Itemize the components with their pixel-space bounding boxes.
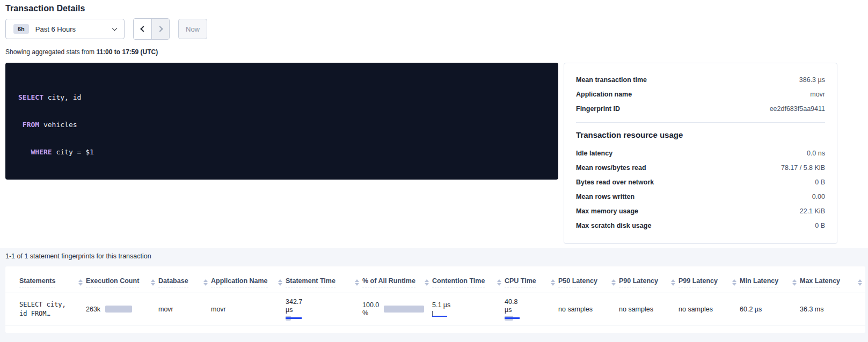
sort-icon[interactable]: [792, 279, 797, 286]
column-label: Statement Time: [286, 277, 335, 287]
sql-keyword: WHERE: [31, 148, 52, 156]
summary-row-bytes-read-over-network: Bytes read over network 0 B: [576, 175, 825, 189]
statement-time-unit: µs: [286, 306, 359, 314]
sql-line: WHERE city = $1: [18, 147, 545, 157]
column-label: P90 Latency: [619, 277, 658, 287]
sort-icon[interactable]: [611, 279, 616, 286]
divider: [576, 122, 825, 123]
summary-label: Application name: [576, 91, 632, 98]
sort-icon[interactable]: [551, 279, 555, 286]
summary-value: 0 B: [815, 179, 825, 186]
stats-prefix: Showing aggregated stats from: [5, 48, 96, 56]
summary-value: 0.0 ns: [807, 150, 825, 157]
chevron-left-icon: [140, 26, 146, 32]
p90-latency-cell: no samples: [619, 293, 679, 325]
column-header-p50-latency[interactable]: P50 Latency: [558, 266, 619, 293]
summary-label: Fingerprint ID: [576, 105, 620, 113]
summary-label: Max scratch disk usage: [576, 222, 651, 229]
p50-latency-cell: no samples: [558, 293, 619, 325]
column-header-p99-latency[interactable]: P99 Latency: [679, 266, 740, 293]
statement-time-bar: [286, 316, 312, 321]
column-label: CPU Time: [505, 277, 536, 287]
statements-table-card: StatementsExecution CountDatabaseApplica…: [5, 266, 865, 333]
database-cell: movr: [158, 293, 211, 325]
application-name-cell: movr: [211, 293, 286, 325]
statement-time-cell: 342.7 µs: [286, 293, 362, 325]
sort-icon[interactable]: [858, 279, 862, 286]
column-label: Execution Count: [86, 277, 139, 287]
statement-time-value: 342.7: [286, 298, 359, 306]
column-header-of-all-runtime[interactable]: % of All Runtime: [362, 266, 432, 293]
sort-icon[interactable]: [497, 279, 501, 286]
column-header-statement-time[interactable]: Statement Time: [286, 266, 362, 293]
next-range-button[interactable]: [151, 19, 169, 39]
summary-label: Mean rows written: [576, 193, 634, 200]
summary-row-application-name: Application name movr: [576, 87, 825, 101]
column-header-database[interactable]: Database: [158, 266, 211, 293]
column-header-contention-time[interactable]: Contention Time: [432, 266, 505, 293]
column-header-application-name[interactable]: Application Name: [211, 266, 286, 293]
statement-cell: SELECT city, id FROM…: [5, 293, 86, 325]
summary-label: Max memory usage: [576, 207, 638, 215]
summary-value: ee2df683f5aa9411: [770, 105, 825, 113]
contention-time-value: 5.1 µs: [432, 301, 501, 309]
summary-value: movr: [810, 91, 825, 98]
previous-range-button[interactable]: [134, 19, 151, 39]
sort-icon[interactable]: [355, 279, 359, 286]
stats-range: 11:00 to 17:59 (UTC): [96, 48, 158, 56]
summary-label: Mean rows/bytes read: [576, 164, 646, 172]
summary-value: 22.1 KiB: [800, 207, 825, 215]
execution-count-value: 263k: [86, 306, 100, 313]
contention-time-cell: 5.1 µs: [432, 293, 505, 325]
statements-table: StatementsExecution CountDatabaseApplica…: [5, 266, 865, 325]
sort-icon[interactable]: [203, 279, 208, 286]
sort-icon[interactable]: [78, 279, 83, 286]
content-row: SELECT city, id FROM vehicles WHERE city…: [5, 63, 868, 244]
sql-line: FROM vehicles: [18, 120, 545, 129]
resource-usage-title: Transaction resource usage: [576, 130, 825, 139]
column-header-cpu-time[interactable]: CPU Time: [505, 266, 558, 293]
sql-keyword: SELECT: [18, 93, 43, 101]
sql-text: city, id: [43, 93, 81, 101]
column-label: Statements: [19, 277, 55, 287]
summary-value: 386.3 µs: [799, 76, 825, 84]
sort-icon[interactable]: [671, 279, 675, 286]
sql-keyword: FROM: [23, 121, 39, 129]
summary-label: Bytes read over network: [576, 179, 654, 186]
column-label: Min Latency: [740, 277, 778, 287]
max-latency-cell: 36.3 ms: [800, 293, 865, 325]
table-row: SELECT city, id FROM… 263k movr movr 342…: [5, 293, 865, 325]
summary-label: Idle latency: [576, 150, 612, 157]
time-range-dropdown[interactable]: 6h Past 6 Hours: [5, 19, 125, 39]
fingerprint-count-text: 1-1 of 1 statement fingerprints for this…: [5, 252, 865, 260]
statement-link[interactable]: SELECT city, id FROM…: [19, 300, 83, 318]
sql-line: SELECT city, id: [18, 93, 545, 102]
aggregated-stats-line: Showing aggregated stats from 11:00 to 1…: [5, 48, 868, 56]
sql-text: vehicles: [39, 121, 77, 129]
summary-value: 78.17 / 5.8 KiB: [781, 164, 825, 172]
column-header-max-latency[interactable]: Max Latency: [800, 266, 865, 293]
column-label: Database: [158, 277, 188, 287]
table-header-row: StatementsExecution CountDatabaseApplica…: [5, 266, 865, 293]
summary-row-mean-transaction-time: Mean transaction time 386.3 µs: [576, 72, 825, 87]
time-range-badge: 6h: [13, 24, 29, 34]
summary-row-max-memory-usage: Max memory usage 22.1 KiB: [576, 204, 825, 218]
now-button[interactable]: Now: [178, 19, 207, 39]
p99-latency-cell: no samples: [679, 293, 740, 325]
column-header-execution-count[interactable]: Execution Count: [86, 266, 158, 293]
sort-icon[interactable]: [425, 279, 429, 286]
cpu-time-cell: 40.8 µs: [505, 293, 558, 325]
sort-icon[interactable]: [732, 279, 736, 286]
column-label: Max Latency: [800, 277, 840, 287]
min-latency-cell: 60.2 µs: [740, 293, 800, 325]
top-section: Transaction Details 6h Past 6 Hours Now …: [0, 0, 868, 248]
column-header-statements[interactable]: Statements: [5, 266, 86, 293]
sql-text: city = $1: [52, 148, 94, 156]
column-header-p90-latency[interactable]: P90 Latency: [619, 266, 679, 293]
column-header-min-latency[interactable]: Min Latency: [740, 266, 800, 293]
column-label: % of All Runtime: [362, 277, 415, 287]
summary-value: 0.00: [812, 193, 825, 200]
summary-row-idle-latency: Idle latency 0.0 ns: [576, 146, 825, 160]
sort-icon[interactable]: [278, 279, 282, 286]
sort-icon[interactable]: [151, 279, 155, 286]
